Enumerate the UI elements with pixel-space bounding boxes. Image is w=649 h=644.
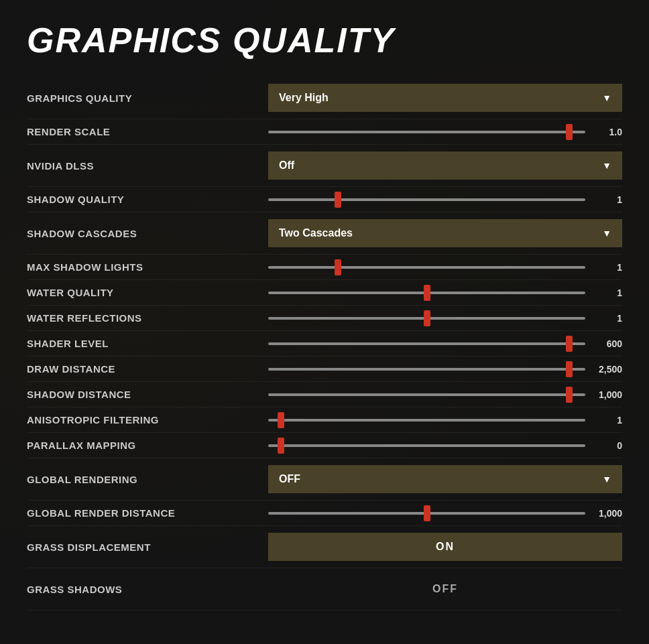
setting-control-shadow-cascades: Two Cascades ▼ [268, 219, 622, 247]
max-shadow-lights-value: 1 [592, 262, 622, 273]
dropdown-arrow-icon: ▼ [602, 474, 611, 485]
slider-thumb[interactable] [278, 438, 284, 454]
setting-row: SHADER LEVEL 600 [27, 331, 622, 357]
setting-control-max-shadow-lights: 1 [268, 262, 622, 273]
slider-track [268, 198, 585, 201]
setting-control-draw-distance: 2,500 [268, 364, 622, 375]
setting-row: ANISOTROPIC FILTERING 1 [27, 407, 622, 433]
slider-track [268, 368, 585, 371]
global-rendering-dropdown[interactable]: OFF ▼ [268, 465, 622, 493]
slider-track [268, 393, 585, 396]
setting-control-grass-shadows: OFF [268, 575, 622, 603]
setting-label-nvidia-dlss: NVIDIA DLSS [27, 160, 268, 172]
setting-label-anisotropic-filtering: ANISOTROPIC FILTERING [27, 414, 268, 426]
shadow-quality-slider[interactable]: 1 [268, 194, 622, 205]
slider-track [268, 266, 585, 269]
setting-row: PARALLAX MAPPING 0 [27, 433, 622, 458]
slider-thumb[interactable] [566, 336, 573, 352]
setting-row: WATER QUALITY 1 [27, 280, 622, 306]
grass-displacement-toggle[interactable]: ON [268, 533, 622, 561]
setting-row: SHADOW DISTANCE 1,000 [27, 382, 622, 407]
slider-track [268, 512, 585, 515]
setting-control-water-reflections: 1 [268, 313, 622, 324]
grass-displacement-value: ON [436, 541, 455, 553]
setting-control-graphics-quality: Very High ▼ [268, 84, 622, 112]
setting-label-render-scale: RENDER SCALE [27, 126, 268, 137]
slider-thumb[interactable] [424, 310, 430, 326]
parallax-mapping-value: 0 [592, 440, 622, 451]
setting-row: SHADOW CASCADES Two Cascades ▼ [27, 212, 622, 255]
setting-control-shadow-distance: 1,000 [268, 389, 622, 400]
setting-control-parallax-mapping: 0 [268, 440, 622, 451]
setting-label-water-quality: WATER QUALITY [27, 287, 268, 298]
dropdown-arrow-icon: ▼ [602, 228, 611, 239]
anisotropic-filtering-value: 1 [592, 415, 622, 426]
nvidia-dlss-value: Off [279, 159, 294, 172]
parallax-mapping-slider[interactable]: 0 [268, 440, 622, 451]
shadow-cascades-dropdown[interactable]: Two Cascades ▼ [268, 219, 622, 247]
slider-track [268, 419, 585, 422]
slider-thumb[interactable] [424, 505, 430, 521]
anisotropic-filtering-slider[interactable]: 1 [268, 415, 622, 426]
slider-track [268, 444, 585, 447]
setting-label-shadow-cascades: SHADOW CASCADES [27, 228, 268, 239]
shader-level-slider[interactable]: 600 [268, 338, 622, 349]
max-shadow-lights-slider[interactable]: 1 [268, 262, 622, 273]
setting-label-graphics-quality: GRAPHICS QUALITY [27, 92, 268, 104]
nvidia-dlss-dropdown[interactable]: Off ▼ [268, 151, 622, 180]
global-render-distance-value: 1,000 [592, 508, 622, 519]
slider-thumb[interactable] [566, 124, 573, 140]
draw-distance-value: 2,500 [592, 364, 622, 375]
page-title: GRAPHICS QUALITY [27, 20, 622, 60]
setting-label-max-shadow-lights: MAX SHADOW LIGHTS [27, 261, 268, 273]
graphics-quality-value: Very High [279, 92, 329, 104]
grass-shadows-toggle[interactable]: OFF [268, 575, 622, 603]
setting-row: GRASS DISPLACEMENT ON [27, 526, 622, 568]
slider-track [268, 292, 585, 294]
setting-row: NVIDIA DLSS Off ▼ [27, 145, 622, 187]
setting-label-draw-distance: DRAW DISTANCE [27, 363, 268, 375]
setting-label-shader-level: SHADER LEVEL [27, 338, 268, 349]
settings-list: GRAPHICS QUALITY Very High ▼ RENDER SCAL… [27, 77, 622, 610]
slider-thumb[interactable] [566, 361, 573, 377]
slider-thumb[interactable] [424, 285, 430, 301]
setting-control-global-render-distance: 1,000 [268, 508, 622, 519]
slider-thumb[interactable] [278, 412, 284, 428]
draw-distance-slider[interactable]: 2,500 [268, 364, 622, 375]
setting-row: SHADOW QUALITY 1 [27, 187, 622, 212]
setting-row: GLOBAL RENDERING OFF ▼ [27, 458, 622, 501]
render-scale-value: 1.0 [592, 127, 622, 137]
shadow-quality-value: 1 [592, 194, 622, 205]
setting-row: RENDER SCALE 1.0 [27, 119, 622, 145]
slider-thumb[interactable] [566, 387, 573, 403]
water-reflections-slider[interactable]: 1 [268, 313, 622, 324]
setting-control-nvidia-dlss: Off ▼ [268, 151, 622, 180]
water-quality-slider[interactable]: 1 [268, 287, 622, 298]
slider-thumb[interactable] [335, 192, 341, 208]
setting-row: DRAW DISTANCE 2,500 [27, 357, 622, 382]
setting-label-shadow-quality: SHADOW QUALITY [27, 194, 268, 205]
setting-row: GLOBAL RENDER DISTANCE 1,000 [27, 501, 622, 526]
setting-control-shadow-quality: 1 [268, 194, 622, 205]
setting-label-global-rendering: GLOBAL RENDERING [27, 474, 268, 485]
global-render-distance-slider[interactable]: 1,000 [268, 508, 622, 519]
setting-label-parallax-mapping: PARALLAX MAPPING [27, 440, 268, 451]
setting-row: GRAPHICS QUALITY Very High ▼ [27, 77, 622, 119]
setting-control-grass-displacement: ON [268, 533, 622, 561]
setting-control-render-scale: 1.0 [268, 127, 622, 137]
slider-track [268, 131, 585, 133]
setting-control-global-rendering: OFF ▼ [268, 465, 622, 493]
setting-label-global-render-distance: GLOBAL RENDER DISTANCE [27, 507, 268, 519]
dropdown-arrow-icon: ▼ [602, 160, 611, 171]
grass-shadows-value: OFF [432, 583, 458, 595]
setting-label-grass-displacement: GRASS DISPLACEMENT [27, 541, 268, 553]
slider-thumb[interactable] [335, 259, 341, 275]
slider-track [268, 342, 585, 345]
render-scale-slider[interactable]: 1.0 [268, 127, 622, 137]
graphics-quality-dropdown[interactable]: Very High ▼ [268, 84, 622, 112]
water-reflections-value: 1 [592, 313, 622, 324]
setting-label-shadow-distance: SHADOW DISTANCE [27, 389, 268, 400]
shadow-distance-slider[interactable]: 1,000 [268, 389, 622, 400]
setting-control-shader-level: 600 [268, 338, 622, 349]
shadow-distance-value: 1,000 [592, 389, 622, 400]
